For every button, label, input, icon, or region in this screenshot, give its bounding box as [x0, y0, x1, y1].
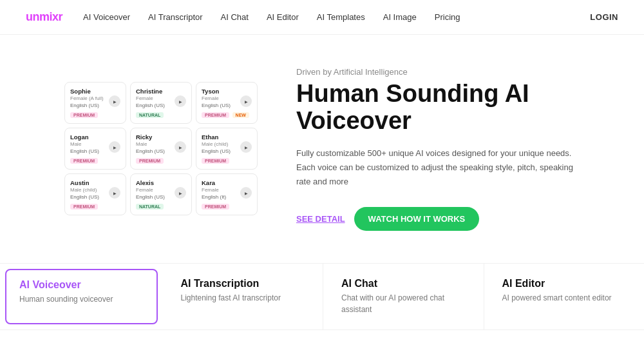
voice-name: Ethan: [202, 133, 252, 141]
hero-buttons: SEE DETAIL WATCH HOW IT WORKS: [296, 207, 580, 231]
voice-name: Sophie: [70, 88, 120, 95]
voice-name: Kara: [202, 179, 252, 186]
features-tabs: AI Voiceover Human sounding voiceover AI…: [0, 264, 644, 329]
voice-tag-new: NEW: [232, 112, 249, 118]
voice-card-alexis[interactable]: Alexis Female English (US) NATURAL: [130, 173, 192, 215]
tab-ai-transcription[interactable]: AI Transcription Lightening fast AI tran…: [163, 264, 324, 329]
voice-tag: PREMIUM: [70, 204, 98, 210]
voice-tag: PREMIUM: [202, 204, 229, 210]
hero-driven: Driven by Artificial Intelligence: [296, 67, 580, 77]
login-button[interactable]: LOGIN: [590, 12, 618, 22]
voice-card-christine[interactable]: Christine Female English (US) NATURAL: [130, 82, 192, 124]
voice-tag: PREMIUM: [70, 158, 98, 164]
voice-card-austin[interactable]: Austin Male (child) English (US) PREMIUM: [64, 173, 126, 215]
voice-name: Ricky: [136, 133, 186, 141]
voice-name: Tyson: [202, 88, 252, 95]
hero-title: Human Sounding AI Voiceover: [296, 81, 580, 135]
voice-tag: NATURAL: [136, 112, 164, 118]
see-detail-button[interactable]: SEE DETAIL: [296, 214, 345, 224]
navbar-left: unmixr AI Voiceover AI Transcriptor AI C…: [26, 10, 460, 24]
voice-tag: PREMIUM: [136, 158, 164, 164]
nav-link-voiceover[interactable]: AI Voiceover: [83, 12, 130, 22]
voice-card-kara[interactable]: Kara Female English (It) PREMIUM: [196, 173, 258, 215]
nav-link-templates[interactable]: AI Templates: [317, 12, 365, 22]
feature-title: AI Voiceover: [19, 279, 144, 291]
voice-card-ethan[interactable]: Ethan Male (child) English (US) PREMIUM: [196, 128, 258, 170]
feature-title: AI Transcription: [181, 278, 305, 289]
voice-name: Austin: [70, 179, 120, 186]
tab-ai-editor[interactable]: AI Editor AI powered smart content edito…: [484, 264, 645, 329]
voice-name: Logan: [70, 133, 120, 141]
voice-tag: PREMIUM: [202, 112, 229, 118]
watch-how-it-works-button[interactable]: WATCH HOW IT WORKS: [354, 207, 480, 231]
logo-text: unmixr: [26, 10, 62, 23]
nav-link-chat[interactable]: AI Chat: [221, 12, 249, 22]
logo[interactable]: unmixr: [26, 10, 62, 24]
feature-title: AI Chat: [341, 278, 466, 289]
feature-desc: AI powered smart content editor: [502, 292, 627, 304]
voice-tag: NATURAL: [136, 204, 164, 210]
hero-description: Fully customizable 500+ unique AI voices…: [296, 146, 580, 189]
voice-card-ricky[interactable]: Ricky Male English (US) PREMIUM: [130, 128, 192, 170]
nav-link-image[interactable]: AI Image: [383, 12, 417, 22]
voice-tag: PREMIUM: [202, 158, 229, 164]
voice-tag: PREMIUM: [70, 112, 98, 118]
allinone-section: All-in-one platform for creators! Video …: [0, 330, 644, 363]
nav-link-pricing[interactable]: Pricing: [435, 12, 460, 22]
navbar: unmixr AI Voiceover AI Transcriptor AI C…: [0, 0, 644, 35]
nav-link-transcriptor[interactable]: AI Transcriptor: [148, 12, 203, 22]
voice-card-sophie[interactable]: Sophie Female (A full) English (US) PREM…: [64, 82, 126, 124]
voice-name: Alexis: [136, 179, 186, 186]
voice-card-tyson[interactable]: Tyson Female English (US) PREMIUM NEW: [196, 82, 258, 124]
voice-name: Christine: [136, 88, 186, 95]
feature-title: AI Editor: [502, 278, 627, 289]
feature-desc: Human sounding voiceover: [19, 293, 144, 305]
features-section: AI Voiceover Human sounding voiceover AI…: [0, 263, 644, 330]
nav-links: AI Voiceover AI Transcriptor AI Chat AI …: [83, 12, 460, 22]
nav-link-editor[interactable]: AI Editor: [267, 12, 299, 22]
tab-ai-chat[interactable]: AI Chat Chat with our AI powered chat as…: [323, 264, 484, 329]
voice-grid: Sophie Female (A full) English (US) PREM…: [64, 82, 258, 215]
tab-ai-voiceover[interactable]: AI Voiceover Human sounding voiceover: [5, 269, 158, 324]
hero-text: Driven by Artificial Intelligence Human …: [296, 67, 580, 231]
hero-section: Sophie Female (A full) English (US) PREM…: [0, 35, 644, 257]
voice-card-logan[interactable]: Logan Male English (US) PREMIUM: [64, 128, 126, 170]
feature-desc: Chat with our AI powered chat assistant: [341, 292, 466, 315]
feature-desc: Lightening fast AI transcriptor: [181, 292, 305, 304]
